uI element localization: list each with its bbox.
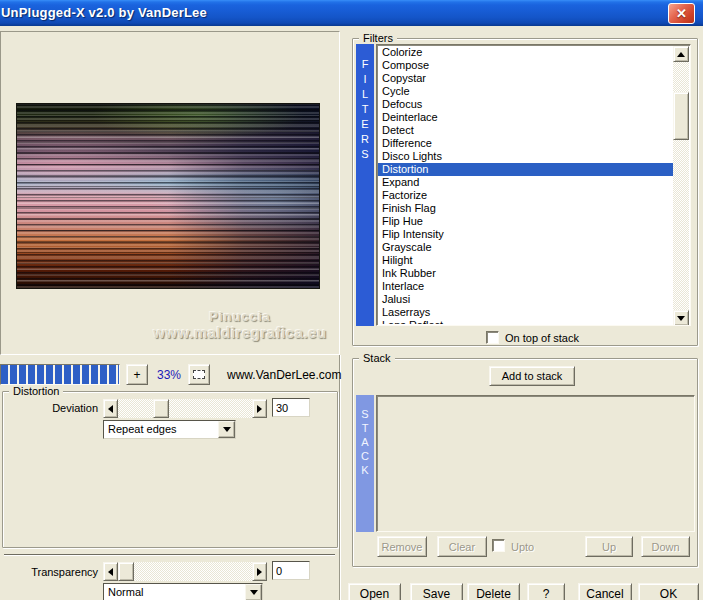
stack-listbox[interactable] (376, 395, 695, 532)
filter-item-finish-flag[interactable]: Finish Flag (378, 202, 673, 215)
left-pane-divider (339, 355, 341, 600)
close-icon: ✕ (676, 6, 687, 21)
blend-mode-value: Normal (108, 586, 143, 598)
down-button[interactable]: Down (641, 536, 690, 557)
arrow-up-icon (677, 52, 685, 57)
deviation-label: Deviation (28, 402, 98, 414)
edge-mode-select[interactable]: Repeat edges (103, 420, 236, 439)
up-button[interactable]: Up (585, 536, 633, 557)
filters-sidebar: FILTERS (356, 44, 374, 326)
close-button[interactable]: ✕ (668, 3, 695, 24)
filter-item-flip-intensity[interactable]: Flip Intensity (378, 228, 673, 241)
transparency-slider-thumb[interactable] (118, 562, 134, 581)
filter-item-detect[interactable]: Detect (378, 124, 673, 137)
marquee-button[interactable] (188, 364, 210, 385)
filter-item-expand[interactable]: Expand (378, 176, 673, 189)
clear-button[interactable]: Clear (437, 536, 487, 557)
blend-mode-select[interactable]: Normal (103, 583, 263, 600)
stack-group-label: Stack (359, 352, 395, 364)
zoom-percent-value: 33% (150, 368, 188, 382)
filter-item-laserrays[interactable]: Laserrays (378, 306, 673, 319)
filter-item-disco-lights[interactable]: Disco Lights (378, 150, 673, 163)
filter-item-grayscale[interactable]: Grayscale (378, 241, 673, 254)
transparency-slider-track[interactable] (118, 562, 252, 581)
filters-group-label: Filters (359, 32, 397, 44)
scroll-down-button[interactable] (673, 310, 689, 326)
transparency-label: Transparency (10, 566, 98, 578)
marquee-icon (193, 370, 205, 379)
deviation-slider-left-arrow[interactable] (103, 399, 118, 418)
scrollbar-thumb[interactable] (673, 92, 689, 140)
render-progress-bar (0, 364, 120, 385)
watermark: Pinuccia www.maldiregrafica.eu (140, 309, 340, 341)
filter-item-hilight[interactable]: Hilight (378, 254, 673, 267)
deviation-slider-right-arrow[interactable] (252, 399, 267, 418)
deviation-value-field[interactable] (272, 398, 310, 417)
edge-mode-value: Repeat edges (108, 423, 177, 435)
delete-button[interactable]: Delete (467, 583, 520, 600)
transparency-slider-left-arrow[interactable] (103, 562, 118, 581)
filter-item-difference[interactable]: Difference (378, 137, 673, 150)
edge-mode-dropdown-button[interactable] (218, 421, 235, 438)
filter-item-factorize[interactable]: Factorize (378, 189, 673, 202)
filters-list: ColorizeComposeCopystarCycleDefocusDeint… (378, 46, 673, 324)
filter-item-flip-hue[interactable]: Flip Hue (378, 215, 673, 228)
zoom-in-button[interactable]: + (126, 364, 148, 385)
distortion-group-label: Distortion (9, 385, 63, 397)
ok-button[interactable]: OK (638, 583, 699, 600)
filter-item-interlace[interactable]: Interlace (378, 280, 673, 293)
scroll-up-button[interactable] (673, 46, 689, 62)
transparency-value-field[interactable] (272, 561, 310, 580)
unplugged-x-dialog: UnPlugged-X v2.0 by VanDerLee ✕ Pinuccia… (0, 0, 703, 600)
chevron-down-icon (223, 427, 231, 432)
vanderlee-website-link[interactable]: www.VanDerLee.com (227, 368, 342, 382)
transparency-slider[interactable] (103, 562, 267, 581)
watermark-line1: Pinuccia (140, 309, 340, 324)
filter-item-defocus[interactable]: Defocus (378, 98, 673, 111)
deviation-slider[interactable] (103, 399, 267, 418)
deviation-slider-track[interactable] (118, 399, 252, 418)
add-to-stack-button[interactable]: Add to stack (489, 366, 575, 386)
arrow-right-icon (257, 568, 262, 576)
filter-item-ink-rubber[interactable]: Ink Rubber (378, 267, 673, 280)
cancel-button[interactable]: Cancel (578, 583, 632, 600)
separator-line (4, 554, 335, 556)
deviation-slider-thumb[interactable] (153, 399, 169, 418)
blend-mode-dropdown-button[interactable] (245, 584, 262, 600)
filters-scrollbar[interactable] (673, 46, 689, 326)
filter-item-jalusi[interactable]: Jalusi (378, 293, 673, 306)
upto-checkbox[interactable] (492, 539, 505, 552)
preview-image[interactable] (16, 103, 320, 289)
stack-sidebar: STACK (356, 395, 374, 532)
remove-button[interactable]: Remove (377, 536, 427, 557)
help-button[interactable]: ? (527, 583, 565, 600)
arrow-right-icon (257, 405, 262, 413)
filter-item-copystar[interactable]: Copystar (378, 72, 673, 85)
filter-item-lens-reflect[interactable]: Lens Reflect (378, 319, 673, 324)
filters-listbox[interactable]: ColorizeComposeCopystarCycleDefocusDeint… (376, 44, 691, 326)
filter-item-cycle[interactable]: Cycle (378, 85, 673, 98)
titlebar[interactable]: UnPlugged-X v2.0 by VanDerLee ✕ (0, 0, 703, 26)
window-title: UnPlugged-X v2.0 by VanDerLee (1, 5, 207, 20)
arrow-left-icon (108, 405, 113, 413)
watermark-line2: www.maldiregrafica.eu (140, 324, 340, 341)
arrow-down-icon (677, 316, 685, 321)
save-button[interactable]: Save (410, 583, 463, 600)
on-top-of-stack-checkbox[interactable] (486, 331, 499, 344)
open-button[interactable]: Open (348, 583, 401, 600)
filter-item-colorize[interactable]: Colorize (378, 46, 673, 59)
filter-item-deinterlace[interactable]: Deinterlace (378, 111, 673, 124)
upto-label: Upto (511, 541, 534, 553)
transparency-slider-right-arrow[interactable] (252, 562, 267, 581)
arrow-left-icon (108, 568, 113, 576)
filter-item-compose[interactable]: Compose (378, 59, 673, 72)
chevron-down-icon (250, 590, 258, 595)
on-top-of-stack-label: On top of stack (505, 332, 579, 344)
filter-item-distortion[interactable]: Distortion (378, 163, 673, 176)
